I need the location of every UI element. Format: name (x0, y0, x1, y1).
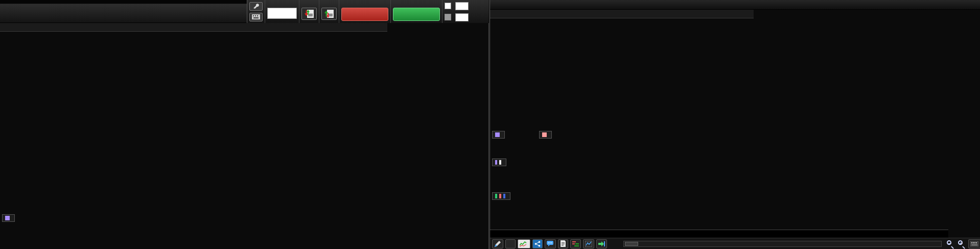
share-icon (534, 241, 541, 247)
bottom-toolbar: − + (490, 238, 980, 249)
timeline-icon (970, 241, 978, 246)
news-icon (560, 240, 566, 247)
draw-tool-button[interactable] (492, 239, 503, 248)
macd-swatch-r (499, 194, 501, 198)
news-button[interactable] (558, 239, 568, 248)
trading-screen: − + (0, 0, 980, 249)
indicator-chart-icon (520, 241, 527, 247)
export-arrows-icon (598, 241, 605, 247)
right-chart-window: − + (489, 0, 980, 249)
share-button[interactable] (532, 239, 543, 248)
zoom-in-button[interactable]: + (957, 239, 966, 248)
macd-swatch-b (503, 194, 505, 198)
hscrollbar-thumb[interactable] (625, 242, 638, 246)
left-price-chart[interactable] (0, 0, 489, 249)
rsi-swatch (495, 132, 500, 137)
pencil-icon (494, 240, 501, 247)
volume-legend[interactable] (492, 159, 506, 166)
collapse-toolbar-button[interactable] (609, 239, 619, 248)
export-button[interactable] (596, 239, 607, 248)
market-depth-button[interactable] (570, 239, 581, 248)
indicateurs-button[interactable] (518, 239, 530, 248)
rsi-legend-left[interactable] (2, 214, 15, 222)
chart-window-button[interactable] (583, 239, 594, 248)
chart-hscrollbar[interactable] (623, 241, 942, 247)
right-price-chart[interactable] (490, 0, 980, 238)
depth-bars-icon (572, 241, 579, 247)
zoom-out-button[interactable]: − (946, 239, 955, 248)
right-indicator-legend (490, 10, 754, 18)
rsi-swatch (5, 216, 10, 220)
chart-window-icon (585, 241, 592, 247)
draw-tool-caret[interactable] (505, 239, 516, 248)
volume-swatch2 (499, 160, 501, 165)
tma-legend[interactable] (539, 131, 552, 139)
left-indicator-legend (0, 23, 387, 32)
volume-swatch (495, 160, 497, 165)
chat-button[interactable] (545, 239, 556, 248)
macd-legend[interactable] (492, 192, 510, 200)
left-chart-window (0, 0, 489, 249)
tma-swatch (542, 132, 547, 137)
macd-swatch-g (495, 194, 497, 198)
rsi-legend-right[interactable] (492, 131, 505, 139)
timeline-button[interactable] (968, 239, 980, 248)
chat-bubble-icon (547, 241, 554, 247)
time-axis (490, 230, 948, 238)
